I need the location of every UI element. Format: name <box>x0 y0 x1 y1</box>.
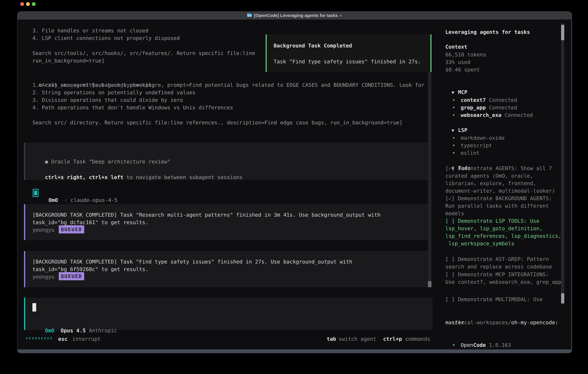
agent-model: · claude-opus-4-5 <box>64 197 117 203</box>
todo-item-line-active: [ ] Demonstrate LSP TOOLS: Use <box>445 217 539 225</box>
todo-item-line: [ ] Demonstrate MCP INTEGRATIONS: <box>445 271 549 278</box>
titlebar: [OpenCode] Leveraging agents for tasks ◐ <box>17 11 572 20</box>
todo-item-line: curated agents (OmO, oracle, <box>445 172 533 180</box>
task-message-line1: [BACKGROUND TASK COMPLETED] Task "Resear… <box>32 211 380 219</box>
folder-icon <box>247 13 252 18</box>
todo-scrollbar-thumb[interactable] <box>561 293 564 303</box>
todo-item-line-active: lsp_workspace_symbols <box>445 240 514 247</box>
oracle-icon: ◉ <box>45 159 48 165</box>
lsp-item: •eslint <box>446 142 480 157</box>
background-task-notification: Background Task Completed Task "Find typ… <box>266 34 431 72</box>
history-line: 4. LSP client connections not properly d… <box>32 34 180 42</box>
app-version: •OpenCode1.0.163 <box>446 334 511 349</box>
input-agent-label: OmO <box>45 328 54 333</box>
ctrlp-key-hint: ctrl+p <box>383 335 402 343</box>
status-dot-icon: • <box>452 112 455 118</box>
todo-item-line: librarian, explore, frontend, <box>445 180 536 187</box>
agent-header: OmO · claude-opus-4-5 <box>42 189 117 204</box>
tool-call-tail-line: Search src/ directory. Return specific f… <box>32 119 402 126</box>
history-line: 3. File handles or streams not closed <box>32 27 148 34</box>
notification-title: Background Task Completed <box>273 42 352 50</box>
main-scrollbar-track[interactable] <box>428 72 431 287</box>
oracle-hint-keys: ctrl+x right, ctrl+x left <box>45 174 123 180</box>
ctrlp-key-label: commands <box>405 335 430 343</box>
tab-key-hint: tab <box>327 335 336 343</box>
window-bottom-edge <box>17 349 572 353</box>
history-line: Search src/tools/, src/hooks/, src/featu… <box>32 50 255 57</box>
prompt-input[interactable]: OmO Opus 4.5 Anthropic <box>24 298 433 330</box>
workspace-branch: master <box>445 319 464 326</box>
todo-item-line-active: lsp_hover, lsp_goto_definition, <box>445 225 543 232</box>
task-message-line2: task_id="bg_6f59260c" to get results. <box>32 266 148 273</box>
tool-call-list-item: 4. Path operations that don't handle Win… <box>32 104 233 111</box>
esc-key-hint: esc <box>58 335 68 343</box>
context-tokens: 66,518 tokens <box>445 51 486 58</box>
task-message-line1: [BACKGROUND TASK COMPLETED] Task "Find t… <box>32 258 352 266</box>
todo-item-line: Run parallel tasks with different <box>445 202 549 210</box>
task-author: yeongyu <box>32 226 54 234</box>
todo-item-line: [✓] Demonstrate AGENTS: Show all 7 <box>445 165 552 172</box>
input-provider-label: Anthropic <box>89 328 117 333</box>
task-message-line2: task_id="bg_dcfac161" to get results. <box>32 219 148 226</box>
oracle-hint-text: to navigate between subagent sessions <box>123 174 243 180</box>
main-scrollbar-thumb[interactable] <box>428 281 431 287</box>
task-message-box: [BACKGROUND TASK COMPLETED] Task "Find t… <box>24 251 428 287</box>
esc-key-label: interrupt <box>72 335 101 343</box>
status-badge: QUEUED <box>59 225 84 233</box>
tool-call-list-item: 1. Array access without bounds checking <box>32 81 155 89</box>
todo-item-line-active: lsp_find_references, lsp_diagnostics, <box>445 232 561 240</box>
sidebar-scrollbar-thumb[interactable] <box>561 25 564 40</box>
todo-item-line: [✓] Demonstrate BACKGROUND AGENTS: <box>445 195 552 202</box>
todo-item-line: search and replace across codebase <box>445 263 552 270</box>
todo-item-line: Use context7, websearch_exa, grep_app <box>445 278 561 286</box>
working-spinner-dots <box>26 337 53 340</box>
text-cursor <box>32 303 36 312</box>
agent-name: OmO <box>48 197 58 203</box>
context-used: 33% used <box>445 58 470 66</box>
oracle-title: Oracle Task "Deep architecture review" <box>51 159 170 165</box>
moon-icon: ◐ <box>340 13 342 18</box>
oracle-task-box: ◉ Oracle Task "Deep architecture review"… <box>24 143 428 180</box>
history-line: run_in_background=true] <box>32 57 105 64</box>
status-dot-icon: • <box>452 342 455 348</box>
status-badge: QUEUED <box>59 272 84 280</box>
window-title: [OpenCode] Leveraging agents for tasks <box>254 13 338 18</box>
todo-item-line: models <box>445 210 464 217</box>
task-message-box: [BACKGROUND TASK COMPLETED] Task "Resear… <box>24 204 428 240</box>
minimize-button[interactable] <box>26 2 30 6</box>
notification-body: Task "Find type safety issues" finished … <box>273 58 421 65</box>
input-model-label: Opus 4.5 <box>61 328 86 333</box>
todo-item-line: [ ] Demonstrate MULTIMODAL: Use <box>445 296 543 303</box>
zoom-button[interactable] <box>32 2 36 6</box>
context-spent: $0.46 spent <box>445 66 480 73</box>
omo-agent-icon <box>33 189 39 197</box>
status-dot-icon: • <box>452 150 455 156</box>
close-button[interactable] <box>20 2 24 6</box>
mcp-item: •websearch_exaConnected <box>446 104 533 119</box>
sidebar-scrollbar-track[interactable] <box>561 23 564 304</box>
tab-key-label: switch agent <box>338 335 376 343</box>
sidebar-session-title: Leveraging agents for tasks <box>445 28 530 36</box>
task-author: yeongyu <box>32 273 54 280</box>
todo-item-line: document-writer, multimodal-looker) <box>445 187 555 195</box>
tool-call-list-item: 2. String operations on potentially unde… <box>32 89 195 96</box>
tool-call-list-item: 3. Division operations that could divide… <box>32 96 183 104</box>
todo-item-line: [ ] Demonstrate AST-GREP: Pattern <box>445 255 549 263</box>
context-heading: Context <box>445 43 467 51</box>
